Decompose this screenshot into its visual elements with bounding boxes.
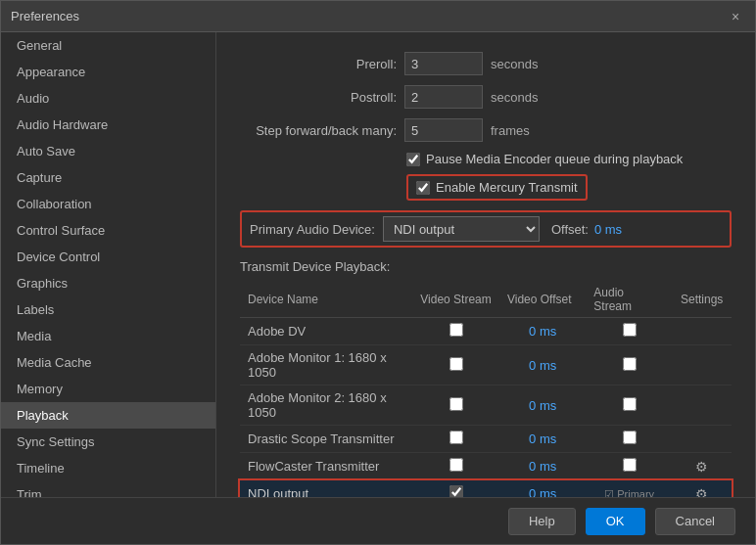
dialog-body: GeneralAppearanceAudioAudio HardwareAuto…	[1, 32, 755, 497]
video-offset-cell: 0 ms	[499, 386, 586, 426]
sidebar-item-graphics[interactable]: Graphics	[1, 270, 215, 296]
dialog-footer: Help OK Cancel	[1, 497, 755, 544]
offset-label: Offset:	[551, 222, 589, 237]
video-stream-checkbox[interactable]	[449, 357, 463, 371]
transmit-section-label: Transmit Device Playback:	[240, 259, 732, 274]
table-row: Adobe Monitor 1: 1680 x 10500 ms	[240, 345, 732, 386]
sidebar-item-general[interactable]: General	[1, 32, 215, 59]
audio-stream-checkbox[interactable]	[623, 458, 637, 472]
table-row: Drastic Scope Transmitter0 ms	[240, 426, 732, 453]
pause-encoder-row: Pause Media Encoder queue during playbac…	[406, 152, 732, 166]
main-content: Preroll: seconds Postroll: seconds Step …	[216, 32, 755, 497]
sidebar: GeneralAppearanceAudioAudio HardwareAuto…	[1, 32, 216, 497]
video-stream-checkbox[interactable]	[449, 397, 463, 411]
th-video-stream: Video Stream	[412, 282, 499, 318]
primary-audio-select[interactable]: NDI outputDefaultNone	[383, 216, 540, 242]
sidebar-item-device-control[interactable]: Device Control	[1, 244, 215, 270]
video-offset-cell: 0 ms	[499, 480, 586, 498]
device-name-cell: FlowCaster Transmitter	[240, 453, 412, 480]
th-settings: Settings	[673, 282, 732, 318]
stepforward-label: Step forward/back many:	[240, 123, 397, 138]
offset-value: 0 ms	[594, 222, 622, 237]
device-name-cell: Drastic Scope Transmitter	[240, 426, 412, 453]
postroll-label: Postroll:	[240, 90, 397, 105]
table-row: Adobe Monitor 2: 1680 x 10500 ms	[240, 386, 732, 426]
audio-stream-cell[interactable]	[586, 345, 673, 386]
settings-cell	[673, 318, 732, 345]
preferences-dialog: Preferences × GeneralAppearanceAudioAudi…	[0, 0, 756, 545]
preroll-input[interactable]	[404, 52, 483, 75]
enable-mercury-label: Enable Mercury Transmit	[436, 180, 578, 195]
settings-cell[interactable]: ⚙	[673, 453, 732, 480]
device-name-cell: Adobe DV	[240, 318, 412, 345]
video-stream-checkbox[interactable]	[449, 323, 463, 337]
enable-mercury-section: Enable Mercury Transmit	[406, 174, 588, 201]
sidebar-item-appearance[interactable]: Appearance	[1, 59, 215, 85]
preroll-unit: seconds	[491, 57, 538, 71]
sidebar-item-trim[interactable]: Trim	[1, 481, 215, 497]
sidebar-item-media-cache[interactable]: Media Cache	[1, 349, 215, 376]
close-button[interactable]: ×	[726, 7, 745, 26]
table-row: FlowCaster Transmitter0 ms⚙	[240, 453, 732, 480]
video-stream-cell[interactable]	[412, 318, 499, 345]
sidebar-item-labels[interactable]: Labels	[1, 296, 215, 323]
sidebar-item-audio-hardware[interactable]: Audio Hardware	[1, 112, 215, 138]
audio-stream-checkbox[interactable]	[623, 431, 637, 444]
device-name-cell: Adobe Monitor 2: 1680 x 1050	[240, 386, 412, 426]
sidebar-item-sync-settings[interactable]: Sync Settings	[1, 429, 215, 455]
pause-encoder-checkbox[interactable]	[406, 153, 420, 166]
stepforward-row: Step forward/back many: frames	[240, 118, 732, 142]
audio-stream-cell[interactable]: ☑ Primary	[586, 480, 673, 498]
gear-icon[interactable]: ⚙	[695, 486, 708, 498]
audio-stream-checkbox[interactable]	[623, 323, 637, 337]
postroll-unit: seconds	[491, 90, 538, 105]
audio-stream-cell[interactable]	[586, 318, 673, 345]
ok-button[interactable]: OK	[586, 508, 645, 535]
device-name-cell: NDI output	[240, 480, 412, 498]
title-bar: Preferences ×	[1, 1, 755, 32]
gear-icon[interactable]: ⚙	[695, 459, 708, 475]
audio-stream-checkbox[interactable]	[623, 357, 637, 371]
video-stream-cell[interactable]	[412, 453, 499, 480]
video-stream-checkbox[interactable]	[449, 485, 463, 497]
th-audio-stream: Audio Stream	[586, 282, 673, 318]
video-stream-checkbox[interactable]	[449, 458, 463, 472]
video-stream-cell[interactable]	[412, 345, 499, 386]
device-table: Device Name Video Stream Video Offset Au…	[240, 282, 732, 497]
enable-mercury-checkbox[interactable]	[416, 181, 430, 195]
help-button[interactable]: Help	[508, 508, 576, 535]
settings-cell	[673, 386, 732, 426]
sidebar-item-capture[interactable]: Capture	[1, 164, 215, 191]
sidebar-item-memory[interactable]: Memory	[1, 376, 215, 402]
audio-stream-cell[interactable]	[586, 386, 673, 426]
sidebar-item-media[interactable]: Media	[1, 323, 215, 349]
video-stream-cell[interactable]	[412, 480, 499, 498]
audio-stream-cell[interactable]	[586, 453, 673, 480]
table-header-row: Device Name Video Stream Video Offset Au…	[240, 282, 732, 318]
audio-stream-checkbox[interactable]	[623, 397, 637, 411]
sidebar-item-timeline[interactable]: Timeline	[1, 455, 215, 481]
primary-audio-row: Primary Audio Device: NDI outputDefaultN…	[240, 210, 732, 248]
postroll-row: Postroll: seconds	[240, 85, 732, 109]
pause-encoder-label: Pause Media Encoder queue during playbac…	[426, 152, 683, 166]
settings-cell[interactable]: ⚙	[673, 480, 732, 498]
sidebar-item-playback[interactable]: Playback	[1, 402, 215, 429]
postroll-input[interactable]	[404, 85, 483, 109]
device-name-cell: Adobe Monitor 1: 1680 x 1050	[240, 345, 412, 386]
audio-stream-cell[interactable]	[586, 426, 673, 453]
video-stream-checkbox[interactable]	[449, 431, 463, 444]
sidebar-item-audio[interactable]: Audio	[1, 85, 215, 112]
sidebar-item-collaboration[interactable]: Collaboration	[1, 191, 215, 217]
stepforward-input[interactable]	[404, 118, 483, 142]
video-stream-cell[interactable]	[412, 386, 499, 426]
th-device-name: Device Name	[240, 282, 412, 318]
cancel-button[interactable]: Cancel	[655, 508, 735, 535]
dialog-title: Preferences	[11, 9, 79, 23]
video-offset-cell: 0 ms	[499, 345, 586, 386]
preroll-row: Preroll: seconds	[240, 52, 732, 75]
sidebar-item-auto-save[interactable]: Auto Save	[1, 138, 215, 164]
video-stream-cell[interactable]	[412, 426, 499, 453]
settings-cell	[673, 345, 732, 386]
sidebar-item-control-surface[interactable]: Control Surface	[1, 217, 215, 244]
video-offset-cell: 0 ms	[499, 426, 586, 453]
